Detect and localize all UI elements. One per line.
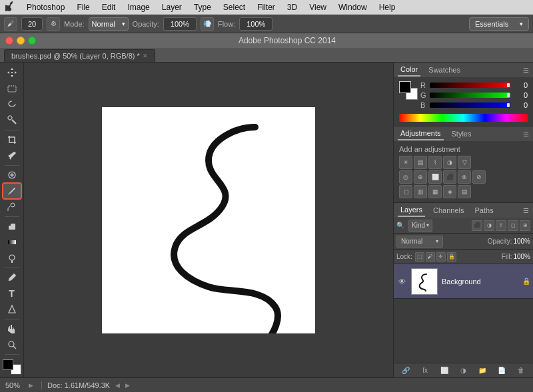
menu-filter[interactable]: Filter [252,1,280,13]
menu-window[interactable]: Window [333,1,372,13]
move-tool[interactable] [3,65,21,81]
menu-edit[interactable]: Edit [97,1,121,13]
zoom-tool[interactable] [3,337,21,353]
vibrance-icon[interactable]: ▽ [458,156,471,169]
channel-mixer-icon[interactable]: ⊗ [458,170,471,184]
shape-filter-icon[interactable]: ◻ [508,220,518,231]
menu-photoshop[interactable]: Photoshop [21,1,70,13]
pixel-filter-icon[interactable]: ⬛ [472,220,482,231]
green-slider[interactable] [430,93,510,98]
color-lookup-icon[interactable]: ⊘ [472,170,486,184]
menu-help[interactable]: Help [374,1,401,13]
menu-layer[interactable]: Layer [157,1,187,13]
zoom-status-icon[interactable]: ▶ [25,380,36,391]
opacity-input[interactable]: 100% [163,17,197,31]
curves-icon[interactable]: ⌇ [428,156,442,169]
clone-stamp-tool[interactable] [3,199,21,214]
exposure-icon[interactable]: ◑ [443,156,456,169]
threshold-icon[interactable]: ▦ [428,185,442,198]
layer-visibility-icon[interactable]: 👁 [396,276,407,287]
tab-layers[interactable]: Layers [398,204,425,217]
workspace-essentials-dropdown[interactable]: Essentials [469,17,529,31]
menu-type[interactable]: Type [189,1,217,13]
airbrush-icon[interactable]: 💨 [201,17,214,31]
link-layers-icon[interactable]: 🔗 [400,365,411,376]
status-nav-left[interactable]: ◀ [115,382,120,389]
canvas-area[interactable] [24,63,393,377]
type-filter-icon[interactable]: T [496,220,506,231]
selective-color-icon[interactable]: ◈ [443,185,456,198]
lasso-tool[interactable] [3,97,21,112]
layers-panel-menu-icon[interactable]: ☰ [523,207,529,214]
menu-file[interactable]: File [71,1,95,13]
status-nav-right[interactable]: ▶ [125,382,130,389]
color-fg-square[interactable] [399,81,411,93]
photo-filter-icon[interactable]: ⬛ [443,170,456,184]
document-tab[interactable]: brushes.psd @ 50% (Layer 0, RGB/8) * ✕ [4,49,155,62]
close-button[interactable] [5,37,13,45]
close-tab-icon[interactable]: ✕ [143,53,148,59]
brush-options-icon[interactable]: ⚙ [47,17,60,31]
layer-effects-icon[interactable]: fx [420,365,430,376]
text-tool[interactable]: T [3,286,21,301]
mode-dropdown[interactable]: Normal [89,17,129,31]
blend-mode-dropdown[interactable]: Normal [396,236,443,248]
dodge-tool[interactable] [3,250,21,266]
tab-styles[interactable]: Styles [449,128,474,140]
black-white-icon[interactable]: ⬜ [428,170,442,184]
adjustments-panel-menu-icon[interactable]: ☰ [523,130,529,138]
levels-icon[interactable]: ▤ [414,156,427,169]
flow-input[interactable]: 100% [239,17,272,31]
menu-select[interactable]: Select [218,1,251,13]
new-group-icon[interactable]: 📁 [477,365,488,376]
layer-item-background[interactable]: 👁 Background 🔒 [394,264,533,299]
path-selection-tool[interactable] [3,301,21,317]
tab-swatches[interactable]: Swatches [426,64,463,76]
invert-icon[interactable]: ◻ [399,185,412,198]
adjustment-filter-icon[interactable]: ◑ [484,220,494,231]
eyedropper-tool[interactable] [3,148,21,163]
new-adjustment-icon[interactable]: ◑ [458,365,468,376]
pen-tool[interactable] [3,270,21,286]
hue-saturation-icon[interactable]: ◎ [399,170,412,184]
lock-transparent-icon[interactable]: ⬚ [415,252,424,262]
brush-size-input[interactable]: 20 [21,17,43,31]
color-panel-menu-icon[interactable]: ☰ [523,67,529,74]
lock-all-icon[interactable]: 🔒 [447,252,456,262]
lock-image-icon[interactable]: 🖌 [426,252,435,262]
red-slider[interactable] [430,83,510,88]
tab-adjustments[interactable]: Adjustments [398,127,444,140]
tab-channels[interactable]: Channels [430,204,466,216]
delete-layer-icon[interactable]: 🗑 [516,365,526,376]
color-balance-icon[interactable]: ⊕ [414,170,427,184]
healing-brush-tool[interactable] [3,168,21,183]
brush-tool[interactable] [3,184,21,199]
gradient-tool[interactable] [3,235,21,250]
menu-view[interactable]: View [304,1,332,13]
blue-slider[interactable] [430,102,510,108]
eraser-tool[interactable] [3,219,21,234]
gradient-map-icon[interactable]: ▤ [458,185,471,198]
tab-paths[interactable]: Paths [472,204,496,216]
crop-tool[interactable] [3,132,21,148]
new-layer-icon[interactable]: 📄 [496,365,507,376]
add-mask-icon[interactable]: ⬜ [439,365,450,376]
tab-color[interactable]: Color [398,63,420,77]
lock-position-icon[interactable]: ✛ [436,252,446,262]
minimize-button[interactable] [17,37,25,45]
brush-preset-picker[interactable]: 🖌 [4,17,17,31]
canvas[interactable] [102,107,315,333]
menu-3d[interactable]: 3D [282,1,302,13]
marquee-tool[interactable] [3,81,21,97]
hand-tool[interactable] [3,321,21,337]
smart-filter-icon[interactable]: ⊕ [520,220,530,231]
menu-image[interactable]: Image [122,1,155,13]
color-spectrum[interactable] [399,114,528,122]
foreground-color-swatch[interactable] [3,359,13,370]
posterize-icon[interactable]: ▥ [414,185,427,198]
maximize-button[interactable] [28,37,36,45]
kind-filter-dropdown[interactable]: Kind [408,220,432,232]
magic-wand-tool[interactable] [3,112,21,128]
brightness-contrast-icon[interactable]: ☀ [399,156,412,169]
color-swatches[interactable] [3,359,21,375]
